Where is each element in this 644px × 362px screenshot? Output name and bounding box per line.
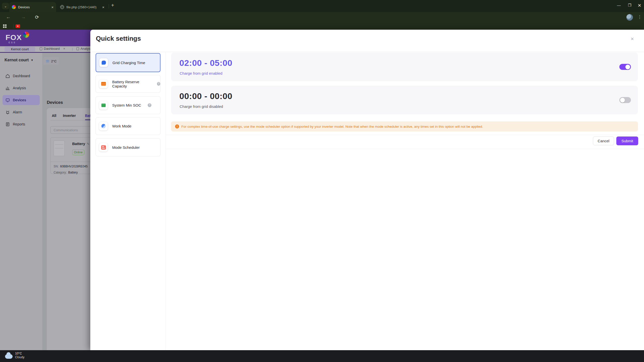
fox-logo-text: FOX [6,33,22,42]
period-2-toggle[interactable] [619,97,631,103]
battery-product-image [54,141,65,156]
taskbar-weather-widget[interactable]: 10°C Cloudy [5,352,24,359]
submit-button[interactable]: Submit [616,137,638,145]
site-selector[interactable]: Kernot court▼ [5,58,33,62]
forward-icon[interactable]: → [20,14,27,20]
globe-icon [60,5,64,9]
kebab-menu-icon[interactable]: ⋮ [637,14,642,20]
fox-logo-blob-icon [23,32,29,38]
tab-all[interactable]: All [52,114,56,118]
window-close-button[interactable]: ✕ [634,3,644,8]
new-tab-button[interactable]: + [111,3,114,8]
tab-inverter[interactable]: Inverter [63,114,76,118]
reload-icon[interactable]: ⟳ [33,14,41,20]
modal-header-divider [90,52,644,52]
browser-profile-avatar[interactable] [626,14,633,21]
weather-chip: 2°C [43,57,59,65]
youtube-bookmark-icon[interactable] [16,24,20,28]
rain-cloud-icon [46,59,50,63]
mode-scheduler-icon [99,143,108,152]
workspace-tab-analysis[interactable]: Analys [76,47,90,51]
period-status: Charge from grid enabled [180,71,222,75]
period-status: Charge from grid disabled [180,104,223,109]
browser-tab-filephp[interactable]: file.php (644×362) × [58,2,107,12]
help-icon[interactable]: ? [148,103,151,107]
device-name: Battery [72,142,85,146]
sidebar-item-reports[interactable]: Reports [3,119,40,129]
modal-menu-divider [166,52,166,350]
weather-temp: 10°C [15,352,24,355]
report-doc-icon [6,122,10,126]
warning-banner: ! For complex time-of-use charge setting… [171,121,638,131]
page-title: Devices [47,100,63,105]
menu-item-work-mode[interactable]: Work Mode [96,117,160,135]
tab-battery[interactable]: Bat [85,114,91,118]
bar-chart-icon [6,86,10,90]
fox-logo-ess-text: ESS [9,41,16,44]
period-time[interactable]: 00:00 - 00:00 [179,91,232,101]
device-sn-row: SN:60BBHV2028RE045 [54,165,88,168]
tab-separator: | [72,47,73,51]
device-sn: 60BBHV2028RE045 [60,165,88,168]
browser-toolbar: ← → ⟳ foxesscloud.com/v2/plants/plantLis… [0,12,644,23]
doc-icon [40,47,42,50]
devices-icon [6,98,10,102]
bookmarks-divider [14,24,14,28]
home-icon [6,74,10,78]
footer-divider-top [166,135,644,135]
menu-item-system-min-soc[interactable]: System Min SOC ? [96,96,160,114]
status-badge: Online [72,150,84,155]
window-restore-button[interactable]: ❐ [625,3,635,8]
foxess-favicon-icon [12,5,16,9]
bookmarks-bar [0,23,644,30]
tab-title: Devices [18,5,30,9]
browser-tab-strip: ⌄ Devices × file.php (644×362) × + — ❐… [0,0,644,12]
app-sidebar: Kernot court▼ Dashboard Analysis Devices… [0,53,42,350]
warning-icon: ! [175,124,179,128]
help-icon[interactable]: ? [157,82,160,86]
period-time[interactable]: 02:00 - 05:00 [179,58,232,68]
modal-title: Quick settings [96,35,141,42]
period-1-toggle[interactable] [619,64,631,70]
sidebar-item-analysis[interactable]: Analysis [3,83,40,93]
modal-close-icon[interactable]: × [631,36,634,42]
workspace-tab-selected[interactable]: Kernot court [5,47,35,52]
menu-item-mode-scheduler[interactable]: Mode Scheduler [96,138,160,156]
menu-item-battery-reserve-capacity[interactable]: Battery Reserve Capacity ? [96,75,160,93]
workspace-tab-dashboard[interactable]: Dashboard × [40,47,65,51]
battery-reserve-icon [99,80,108,88]
device-category-row: Category:Battery [54,171,78,174]
min-soc-icon [99,101,108,110]
doc-icon [76,47,79,50]
grid-charging-icon [99,58,108,67]
tab-close-icon[interactable]: × [99,5,104,9]
browser-tab-devices[interactable]: Devices × [9,2,56,12]
work-mode-icon [99,122,108,130]
warning-text: For complex time-of-use charge settings,… [181,125,483,128]
sidebar-item-alarm[interactable]: Alarm [3,107,40,117]
window-minimize-button[interactable]: — [614,3,624,7]
sidebar-item-dashboard[interactable]: Dashboard [3,71,40,81]
device-category: Battery [68,171,78,174]
footer-divider-bottom [166,149,644,149]
edit-pencil-icon[interactable]: ✎ [87,142,90,146]
tab-divider [109,4,109,9]
tab-search-chevron-icon[interactable]: ⌄ [2,3,9,9]
weather-desc: Cloudy [15,355,24,359]
windows-taskbar: 10°C Cloudy Search ⌃ 12:48 12/02/2026 [0,350,644,362]
cancel-button[interactable]: Cancel [593,137,614,145]
charge-period-1: 02:00 - 05:00 Charge from grid enabled [171,53,638,81]
weather-cloud-icon [5,354,13,359]
sidebar-item-devices[interactable]: Devices [3,95,40,105]
close-icon[interactable]: × [63,47,65,51]
tab-close-icon[interactable]: × [48,5,54,9]
tab-title: file.php (644×362) [66,5,97,9]
menu-item-grid-charging-time[interactable]: Grid Charging Time [96,53,160,72]
site-temp: 2°C [51,59,57,63]
alarm-bell-icon [6,110,10,114]
quick-settings-modal: Quick settings × Grid Charging Time Batt… [90,30,644,350]
chevron-down-icon: ▼ [31,59,33,62]
charge-period-2: 00:00 - 00:00 Charge from grid disabled [171,86,638,114]
apps-grid-icon[interactable] [3,24,7,28]
back-icon[interactable]: ← [5,14,12,20]
